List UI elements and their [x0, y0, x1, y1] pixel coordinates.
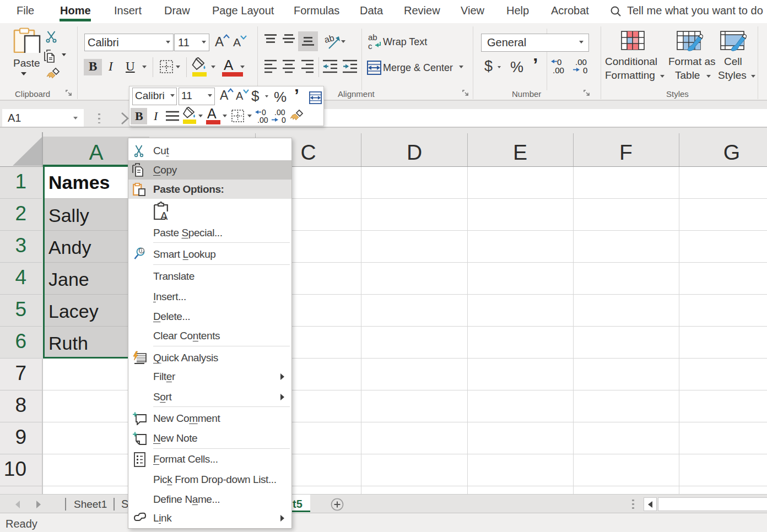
svg-text:c: c — [368, 41, 372, 50]
svg-text:A: A — [160, 210, 168, 220]
svg-text:ab: ab — [325, 34, 335, 45]
svg-text:ab: ab — [368, 33, 377, 42]
